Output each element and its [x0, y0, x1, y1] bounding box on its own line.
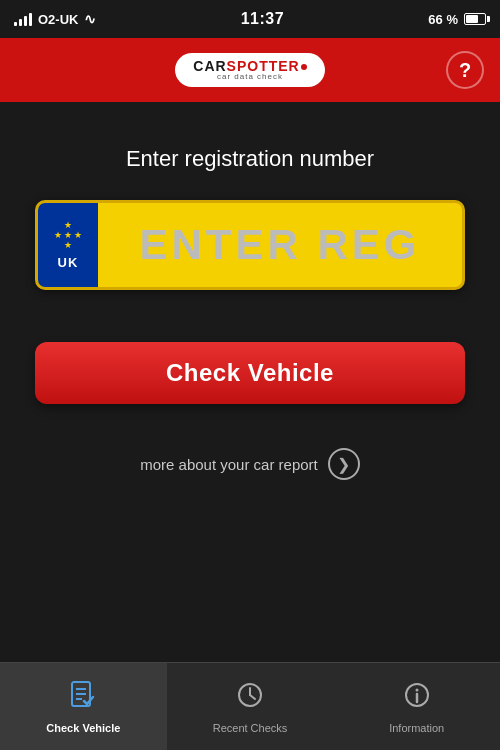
status-bar: O2-UK ∿ 11:37 66 %	[0, 0, 500, 38]
app-header: CARSPOTTER car data check ?	[0, 38, 500, 102]
tab-bar: Check Vehicle Recent Checks Information	[0, 662, 500, 750]
time-label: 11:37	[241, 10, 284, 28]
signal-bar-2	[19, 19, 22, 26]
recent-checks-icon	[235, 680, 265, 717]
tab-information[interactable]: Information	[333, 663, 500, 750]
tab-recent-checks[interactable]: Recent Checks	[167, 663, 334, 750]
logo-name: CARSPOTTER	[193, 59, 306, 73]
eu-stars-icon: ★ ★ ★ ★ ★	[53, 221, 83, 251]
check-vehicle-icon	[68, 680, 98, 717]
main-content: Enter registration number ★ ★ ★ ★ ★ UK C…	[0, 102, 500, 480]
more-about-link[interactable]: more about your car report ❯	[140, 448, 360, 480]
uk-badge-text: UK	[58, 255, 79, 270]
status-left: O2-UK ∿	[14, 11, 96, 27]
chevron-right-icon: ❯	[328, 448, 360, 480]
registration-title: Enter registration number	[126, 146, 374, 172]
svg-point-8	[415, 688, 418, 691]
signal-bars-icon	[14, 12, 32, 26]
signal-bar-1	[14, 22, 17, 26]
registration-input[interactable]	[108, 221, 452, 269]
tab-information-label: Information	[389, 722, 444, 734]
battery-icon	[464, 13, 486, 25]
signal-bar-3	[24, 16, 27, 26]
help-button[interactable]: ?	[446, 51, 484, 89]
more-about-text: more about your car report	[140, 456, 318, 473]
uk-badge: ★ ★ ★ ★ ★ UK	[38, 203, 98, 287]
plate-input-area[interactable]	[98, 221, 462, 269]
battery-percent: 66 %	[428, 12, 458, 27]
check-vehicle-button[interactable]: Check Vehicle	[35, 342, 465, 404]
wifi-icon: ∿	[84, 11, 96, 27]
tab-check-vehicle-label: Check Vehicle	[46, 722, 120, 734]
information-icon	[402, 680, 432, 717]
logo-tagline: car data check	[217, 73, 283, 81]
app-logo: CARSPOTTER car data check	[175, 53, 324, 87]
number-plate: ★ ★ ★ ★ ★ UK	[35, 200, 465, 290]
tab-recent-checks-label: Recent Checks	[213, 722, 288, 734]
carrier-label: O2-UK	[38, 12, 78, 27]
svg-line-6	[250, 695, 255, 699]
signal-bar-4	[29, 13, 32, 26]
tab-check-vehicle[interactable]: Check Vehicle	[0, 663, 167, 750]
status-right: 66 %	[428, 12, 486, 27]
